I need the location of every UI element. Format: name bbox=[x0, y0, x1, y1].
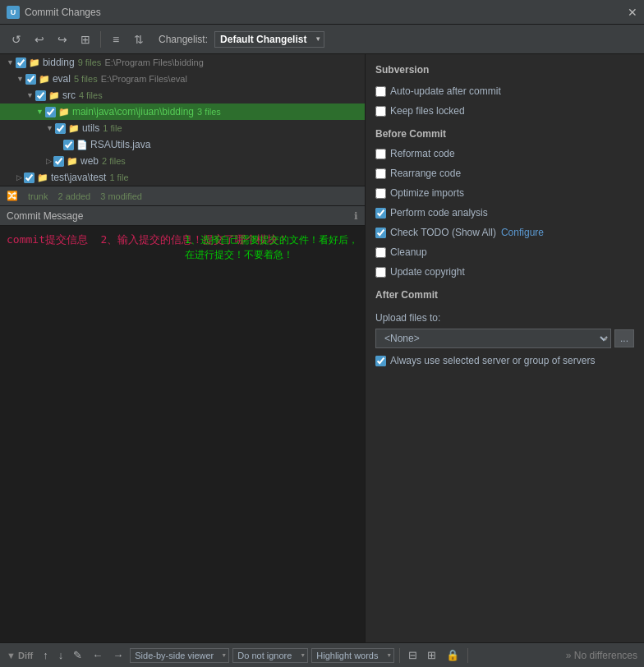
changelist-dropdown[interactable]: Default Changelist bbox=[214, 31, 324, 48]
checkbox-bidding[interactable] bbox=[16, 58, 26, 68]
diff-back-btn[interactable]: ← bbox=[89, 647, 106, 663]
file-tree: ▼ 📁 bidding 9 files E:\Program Files\bid… bbox=[0, 54, 365, 186]
commit-message-input[interactable]: commit提交信息 2、输入提交的信息！提交了哪个模块！ bbox=[0, 226, 365, 642]
tree-item-utils[interactable]: ▼ 📁 utils 1 file bbox=[0, 120, 365, 136]
checkbox-update-copyright[interactable] bbox=[375, 267, 386, 278]
changelist-wrapper: Default Changelist bbox=[211, 31, 324, 48]
filter-button[interactable]: ⇅ bbox=[129, 30, 149, 49]
checkbox-rearrange[interactable] bbox=[375, 168, 386, 179]
tree-arrow: ▼ bbox=[7, 58, 14, 67]
diff-fwd-btn[interactable]: → bbox=[109, 647, 126, 663]
auto-update-label: Auto-update after commit bbox=[390, 85, 501, 97]
option-auto-update: Auto-update after commit bbox=[375, 82, 634, 100]
checkbox-rsautils[interactable] bbox=[63, 140, 74, 150]
upload-more-button[interactable]: ... bbox=[614, 329, 634, 347]
refresh-button[interactable]: ↺ bbox=[7, 30, 26, 49]
upload-select-wrapper: <None> bbox=[375, 329, 611, 348]
checkbox-test[interactable] bbox=[24, 172, 34, 183]
checkbox-cleanup[interactable] bbox=[375, 247, 386, 258]
folder-icon: 📁 bbox=[39, 74, 50, 85]
tree-item-test[interactable]: ▷ 📁 test\java\test 1 file bbox=[0, 169, 365, 186]
tree-item-web[interactable]: ▷ 📁 web 2 files bbox=[0, 153, 365, 169]
diff-columns-btn[interactable]: ⊞ bbox=[424, 647, 439, 663]
tree-item-rsautils[interactable]: ▶ 📄 RSAUtils.java bbox=[0, 136, 365, 153]
diff-toolbar: ▼ Diff ↑ ↓ ✎ ← → Side-by-side viewer Do … bbox=[0, 643, 644, 667]
configure-link[interactable]: Configure bbox=[501, 227, 544, 238]
cleanup-label: Cleanup bbox=[390, 246, 427, 258]
branch-name: trunk bbox=[28, 191, 48, 201]
group-button[interactable]: ⊞ bbox=[76, 30, 95, 49]
tree-arrow: ▼ bbox=[26, 91, 34, 99]
folder-icon: 📁 bbox=[58, 107, 70, 117]
upload-select[interactable]: <None> bbox=[375, 329, 611, 348]
diff-align-btn[interactable]: ⊟ bbox=[405, 647, 421, 663]
checkbox-src[interactable] bbox=[35, 90, 46, 101]
always-use-row: Always use selected server or group of s… bbox=[375, 355, 634, 366]
folder-icon: 📁 bbox=[29, 58, 40, 68]
upload-dropdown-wrapper: <None> ... bbox=[375, 329, 634, 348]
checkbox-check-todo[interactable] bbox=[375, 228, 386, 238]
added-count: 2 added bbox=[58, 191, 90, 201]
main-content: ▼ 📁 bidding 9 files E:\Program Files\bid… bbox=[0, 54, 644, 642]
option-code-analysis: Perform code analysis bbox=[375, 204, 634, 222]
code-analysis-label: Perform code analysis bbox=[390, 207, 488, 218]
checkbox-code-analysis[interactable] bbox=[375, 208, 386, 218]
checkbox-always-use[interactable] bbox=[375, 356, 386, 366]
rearrange-label: Rearrange code bbox=[390, 168, 461, 179]
option-optimize: Optimize imports bbox=[375, 184, 634, 202]
sort-button[interactable]: ≡ bbox=[106, 30, 126, 49]
checkbox-web[interactable] bbox=[53, 156, 64, 167]
checkbox-main-bidding[interactable] bbox=[45, 107, 56, 117]
tree-item-eval[interactable]: ▼ 📁 eval 5 files E:\Program Files\eval bbox=[0, 71, 365, 87]
toolbar: ↺ ↩ ↪ ⊞ ≡ ⇅ Changelist: Default Changeli… bbox=[0, 25, 644, 54]
after-commit-title: After Commit bbox=[375, 289, 634, 301]
diff-sep-2 bbox=[467, 648, 468, 663]
separator-1 bbox=[100, 31, 101, 48]
title-bar: U Commit Changes ✕ bbox=[0, 0, 644, 25]
right-panel: Subversion Auto-update after commit Keep… bbox=[366, 54, 644, 642]
tree-item-bidding[interactable]: ▼ 📁 bidding 9 files E:\Program Files\bid… bbox=[0, 54, 365, 71]
app-icon: U bbox=[7, 6, 20, 19]
redo-button[interactable]: ↪ bbox=[53, 30, 72, 49]
vcs-status-bar: 🔀 trunk 2 added 3 modified bbox=[0, 186, 365, 206]
commit-message-info[interactable]: ℹ bbox=[354, 210, 358, 222]
checkbox-eval[interactable] bbox=[25, 74, 36, 85]
ignore-dropdown-wrapper: Do not ignore bbox=[232, 648, 308, 663]
update-copyright-label: Update copyright bbox=[390, 266, 465, 278]
commit-message-panel: Commit Message ℹ commit提交信息 2、输入提交的信息！提交… bbox=[0, 206, 365, 642]
viewer-select[interactable]: Side-by-side viewer bbox=[130, 648, 229, 663]
subversion-title: Subversion bbox=[375, 64, 634, 76]
checkbox-keep-locked[interactable] bbox=[375, 106, 386, 117]
undo-button[interactable]: ↩ bbox=[30, 30, 49, 49]
option-cleanup: Cleanup bbox=[375, 243, 634, 261]
diff-prev-btn[interactable]: ↑ bbox=[39, 647, 52, 663]
tree-arrow: ▷ bbox=[16, 173, 22, 182]
tree-item-src[interactable]: ▼ 📁 src 4 files bbox=[0, 87, 365, 104]
diff-next-btn[interactable]: ↓ bbox=[55, 647, 67, 663]
checkbox-reformat[interactable] bbox=[375, 149, 386, 159]
check-todo-label: Check TODO (Show All) bbox=[390, 227, 496, 238]
highlight-select[interactable]: Highlight words bbox=[311, 648, 394, 663]
left-panel: ▼ 📁 bidding 9 files E:\Program Files\bid… bbox=[0, 54, 366, 642]
tree-arrow: ▷ bbox=[46, 157, 52, 165]
close-button[interactable]: ✕ bbox=[628, 6, 637, 19]
diff-lock-btn[interactable]: 🔒 bbox=[443, 647, 462, 663]
folder-icon: 📁 bbox=[67, 156, 78, 167]
tree-arrow: ▼ bbox=[36, 108, 44, 116]
optimize-label: Optimize imports bbox=[390, 187, 464, 199]
diff-edit-btn[interactable]: ✎ bbox=[70, 647, 85, 663]
diff-panel: ▼ Diff ↑ ↓ ✎ ← → Side-by-side viewer Do … bbox=[0, 642, 644, 667]
changelist-label: Changelist: bbox=[159, 34, 208, 45]
before-commit-title: Before Commit bbox=[375, 128, 634, 140]
checkbox-optimize[interactable] bbox=[375, 188, 386, 199]
checkbox-utils[interactable] bbox=[55, 123, 66, 134]
keep-locked-label: Keep files locked bbox=[390, 105, 465, 117]
checkbox-auto-update[interactable] bbox=[375, 86, 386, 97]
tree-item-main-bidding[interactable]: ▼ 📁 main\java\com\jiuan\bidding 3 files bbox=[0, 104, 365, 120]
folder-icon: 📁 bbox=[68, 123, 80, 134]
tree-arrow: ▼ bbox=[46, 124, 53, 132]
highlight-dropdown-wrapper: Highlight words bbox=[311, 648, 394, 663]
java-file-icon: 📄 bbox=[76, 140, 88, 150]
ignore-select[interactable]: Do not ignore bbox=[232, 648, 308, 663]
upload-label: Upload files to: bbox=[375, 312, 634, 324]
